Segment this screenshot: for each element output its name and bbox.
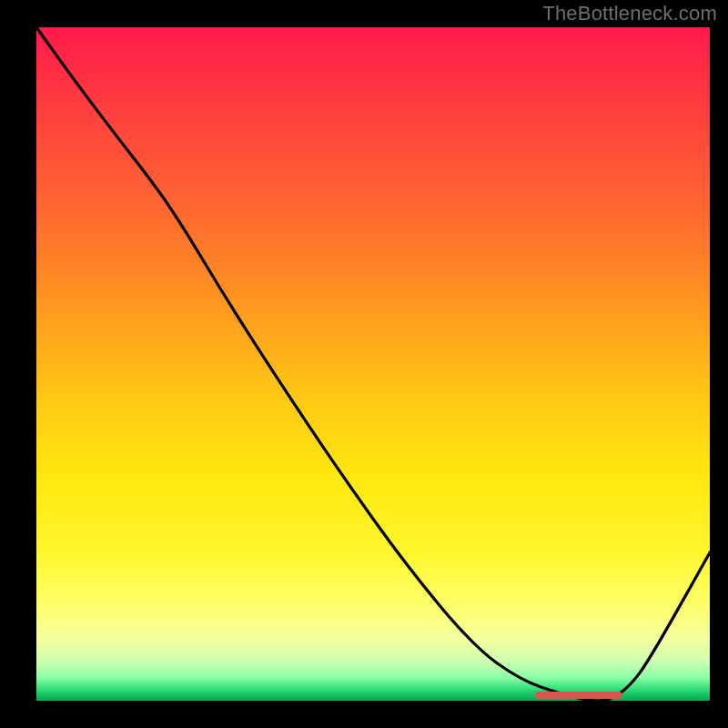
bottleneck-curve <box>36 27 710 701</box>
curve-path <box>36 27 710 701</box>
attribution-label: TheBottleneck.com <box>542 2 717 25</box>
chart-frame: TheBottleneck.com <box>0 0 728 728</box>
optimal-range-marker <box>535 692 622 699</box>
plot-area <box>36 27 710 701</box>
